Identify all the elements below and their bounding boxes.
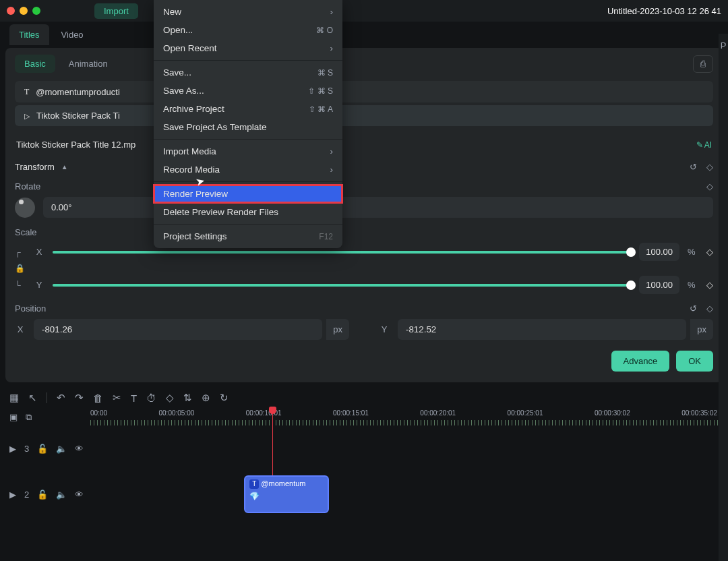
scale-x-value[interactable]: 100.00 [639, 243, 679, 261]
advance-button[interactable]: Advance [611, 351, 670, 372]
ruler-tick: 00:00:35:02 [681, 409, 717, 417]
transform-header[interactable]: Transform ▲ [15, 156, 713, 177]
timer-icon[interactable]: ⏱ [146, 392, 156, 404]
keyframe-icon[interactable] [706, 181, 713, 191]
ruler-tick: 00:00:25:01 [508, 409, 543, 417]
track-number: 2 [24, 490, 29, 500]
axis-y-label: Y [379, 324, 390, 334]
inspector-panel: Basic Animation ⎙ @momentumproducti Tikt… [5, 48, 723, 382]
track-type-icon[interactable]: ▶ [9, 444, 16, 454]
scale-y-slider[interactable] [53, 284, 631, 287]
adjust-icon[interactable]: ⇅ [183, 392, 192, 404]
menu-item-save-project-as-template[interactable]: Save Project As Template [154, 118, 342, 136]
menu-item-save-as-[interactable]: Save As...⇧ ⌘ S [154, 82, 342, 100]
tab-animation[interactable]: Animation [59, 55, 117, 73]
menu-item-save-[interactable]: Save...⌘ S [154, 63, 342, 82]
chevron-up-icon: ▲ [61, 163, 68, 171]
mute-icon[interactable]: 🔈 [56, 490, 67, 500]
keyframe-icon[interactable] [706, 280, 713, 290]
globe-icon[interactable]: ⊕ [202, 392, 210, 404]
undo-icon[interactable]: ↶ [57, 392, 65, 404]
scale-x-slider[interactable] [53, 251, 631, 254]
list-item[interactable]: Tiktok Sticker Pack Ti [15, 105, 713, 126]
tab-video[interactable]: Video [52, 24, 93, 45]
maximize-icon[interactable] [32, 7, 40, 15]
position-prop: Position X px Y px [15, 303, 713, 340]
menu-item-project-settings[interactable]: Project SettingsF12 [154, 227, 342, 245]
ruler-tick: 00:00:20:01 [420, 409, 456, 417]
rotate-label: Rotate [15, 181, 40, 191]
time-ruler[interactable]: 00:00 00:00:05:00 00:00:10:01 00:00:15:0… [90, 409, 719, 425]
menu-item-record-media[interactable]: Record Media› [154, 160, 342, 179]
cut-icon[interactable]: ✂ [113, 392, 121, 404]
position-x-input[interactable] [34, 319, 322, 340]
menu-item-delete-preview-render-files[interactable]: Delete Preview Render Files [154, 203, 342, 221]
position-label: Position [15, 303, 46, 314]
rotate-knob[interactable] [15, 198, 35, 218]
window-controls[interactable] [7, 7, 40, 15]
link-bottom-icon: └ [15, 280, 26, 290]
track-row: ▶ 3 🔓 🔈 👁 [0, 425, 728, 471]
right-panel-edge[interactable]: P [719, 34, 728, 561]
menu-item-render-preview[interactable]: Render Preview [154, 185, 342, 203]
minimize-icon[interactable] [20, 7, 28, 15]
title-items-list: @momentumproducti Tiktok Sticker Pack Ti [15, 81, 713, 126]
menu-item-archive-project[interactable]: Archive Project⇧ ⌘ A [154, 100, 342, 118]
unit-label: px [690, 319, 713, 340]
link-icon[interactable]: ⧉ [26, 412, 32, 423]
visibility-icon[interactable]: 👁 [75, 490, 84, 500]
document-title: Untitled-2023-10-03 12 26 41 [607, 6, 721, 16]
timeline-toolbar: ▦ ↖ ↶ ↷ 🗑 ✂ T ⏱ ◇ ⇅ ⊕ ↻ [0, 386, 728, 409]
keyframe-icon[interactable] [706, 303, 713, 314]
visibility-icon[interactable]: 👁 [75, 444, 84, 454]
clip-label: @momentum [261, 479, 305, 488]
link-lock-icon[interactable]: 🔒 [15, 264, 26, 273]
scale-label: Scale [15, 227, 37, 237]
unit-label: % [688, 280, 698, 290]
import-button[interactable]: Import [94, 3, 138, 19]
close-icon[interactable] [7, 7, 15, 15]
position-y-input[interactable] [398, 319, 686, 340]
menu-item-open-recent[interactable]: Open Recent› [154, 39, 342, 57]
lock-icon[interactable]: 🔓 [37, 444, 48, 454]
keyframe-icon[interactable] [706, 162, 713, 172]
ok-button[interactable]: OK [676, 351, 713, 372]
tab-basic[interactable]: Basic [15, 55, 55, 73]
scale-y-value[interactable]: 100.00 [639, 276, 679, 294]
lock-icon[interactable]: 🔓 [37, 490, 48, 500]
reset-icon[interactable] [690, 303, 697, 314]
track-type-icon[interactable]: ▶ [9, 490, 16, 500]
redo-icon[interactable]: ↷ [75, 392, 84, 404]
menu-item-import-media[interactable]: Import Media› [154, 142, 342, 160]
menu-item-new[interactable]: New› [154, 3, 342, 21]
unit-label: px [326, 319, 349, 340]
tab-titles[interactable]: Titles [9, 24, 49, 45]
stack-icon[interactable]: ▣ [9, 412, 18, 423]
pointer-icon[interactable]: ↖ [28, 392, 37, 404]
ai-button[interactable]: AI [696, 140, 712, 150]
reset-icon[interactable] [690, 162, 697, 172]
text-tool-icon[interactable]: T [131, 392, 137, 404]
unit-label: % [688, 247, 698, 257]
timeline-clip[interactable]: T@momentum 💎 [244, 475, 329, 513]
keyframe-icon[interactable] [706, 247, 713, 257]
timeline: ▦ ↖ ↶ ↷ 🗑 ✂ T ⏱ ◇ ⇅ ⊕ ↻ ▣ ⧉ 00:00 00:00:… [0, 386, 728, 517]
loop-icon[interactable]: ↻ [220, 392, 229, 404]
save-preset-icon[interactable]: ⎙ [693, 55, 713, 73]
scale-prop: Scale ┌ X 100.00 % 🔒 └ Y 100.00 % [15, 227, 713, 294]
list-item-label: Tiktok Sticker Pack Ti [36, 111, 120, 121]
file-menu: New›Open...⌘ OOpen Recent›Save...⌘ SSave… [154, 0, 342, 248]
diamond-icon[interactable]: ◇ [166, 392, 174, 404]
text-icon: T [249, 479, 259, 489]
delete-icon[interactable]: 🗑 [93, 392, 103, 404]
sub-tabs: Basic Animation ⎙ [15, 55, 713, 73]
mute-icon[interactable]: 🔈 [56, 444, 67, 454]
ruler-tick: 00:00:05:00 [158, 409, 194, 417]
ruler-tick: 00:00:15:01 [333, 409, 369, 417]
apps-icon[interactable]: ▦ [9, 392, 19, 404]
list-item[interactable]: @momentumproducti [15, 81, 713, 102]
button-row: Advance OK [15, 351, 713, 372]
rotate-value[interactable]: 0.00° [43, 197, 713, 218]
list-item-label: @momentumproducti [36, 87, 119, 97]
menu-item-open-[interactable]: Open...⌘ O [154, 21, 342, 39]
